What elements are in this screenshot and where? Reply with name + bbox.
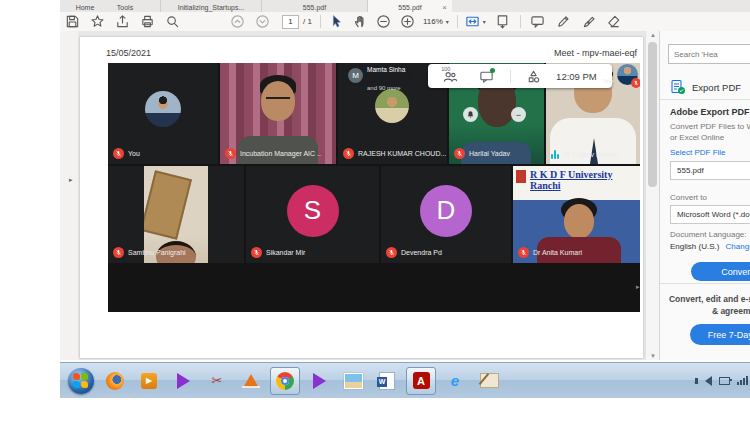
system-tray: ▴ xyxy=(694,363,750,398)
tools-panel-collapse-icon[interactable]: ▸ xyxy=(636,283,640,291)
devendra-initial-avatar: D xyxy=(420,185,472,237)
tools-search-input[interactable] xyxy=(668,44,750,64)
sign-pen-icon[interactable] xyxy=(582,14,597,29)
hand-tool-icon[interactable] xyxy=(353,14,368,29)
taskbar-media-player[interactable]: ▶ xyxy=(134,367,164,395)
tab-home[interactable]: Home xyxy=(68,0,102,12)
sikandar-initial-avatar: S xyxy=(287,185,339,237)
zoom-level-value[interactable]: 116% xyxy=(423,17,443,26)
close-tab-icon[interactable]: × xyxy=(442,4,447,12)
tile-sikandar-mir: S Sikandar Mir xyxy=(246,166,379,263)
tab-555-pdf[interactable]: 555.pdf xyxy=(262,0,368,12)
promo-text: Convert, edit and e-sign PDF forms & agr… xyxy=(665,293,750,317)
mic-muted-icon xyxy=(518,247,529,258)
panel-title: Adobe Export PDF xyxy=(670,107,750,117)
taskbar-vlc[interactable] xyxy=(236,367,266,395)
rkdf-banner: R K D F UniversityRanchi xyxy=(513,166,640,200)
meet-control-bar: 100 12:09 PM xyxy=(428,64,612,88)
mic-muted-icon xyxy=(386,247,397,258)
taskbar-firefox[interactable] xyxy=(100,367,130,395)
tile-you: You xyxy=(108,63,218,164)
taskbar-mpc-2[interactable] xyxy=(304,367,334,395)
meet-screenshot: You Incubation Manager AIC .. RAJESH KUM… xyxy=(108,63,640,312)
change-language-link[interactable]: Change xyxy=(726,242,750,251)
network-signal-icon[interactable] xyxy=(737,376,748,385)
export-pdf-tool[interactable]: Export PDF xyxy=(670,79,741,95)
share-icon[interactable] xyxy=(115,14,130,29)
select-tool-icon[interactable] xyxy=(329,14,344,29)
scroll-up-icon[interactable]: ▲ xyxy=(646,32,660,38)
tools-panel: Export PDF Adobe Export PDF Convert PDF … xyxy=(659,31,750,360)
mamta-avatar: M xyxy=(348,68,363,83)
mic-muted-icon xyxy=(343,148,354,159)
speaking-indicator-icon xyxy=(551,149,559,159)
page-number-input[interactable]: 1 xyxy=(282,15,299,29)
tile-dr-anita-kumari: R K D F UniversityRanchi Dr Anita Kumari xyxy=(513,166,640,263)
document-scrollbar[interactable]: ▲ ▼ xyxy=(645,31,659,360)
convert-button[interactable]: Convert xyxy=(691,262,750,281)
taskbar-word[interactable]: W xyxy=(372,367,402,395)
tile-sambhu-panigrahi: Sambhu Panigrahi xyxy=(108,166,244,263)
taskbar-paint[interactable] xyxy=(474,367,504,395)
paint-icon xyxy=(480,373,499,388)
search-icon[interactable] xyxy=(165,14,180,29)
previous-page-icon[interactable] xyxy=(230,14,245,29)
scroll-down-icon[interactable]: ▼ xyxy=(646,353,660,359)
activities-icon xyxy=(526,69,541,84)
internet-explorer-icon: e xyxy=(451,372,459,389)
tab-tools[interactable]: Tools xyxy=(108,0,142,12)
fit-width-icon[interactable] xyxy=(465,14,480,29)
purple-play-icon xyxy=(177,373,190,389)
zoom-caret-icon[interactable]: ▾ xyxy=(446,18,449,25)
tab-555-pdf-active[interactable]: 555.pdf × xyxy=(368,0,452,12)
taskbar-chrome-active[interactable] xyxy=(270,367,300,395)
you-mic-muted-icon xyxy=(631,78,640,88)
rkdf-logo xyxy=(516,170,526,183)
vlc-cone-icon xyxy=(243,374,259,388)
start-button[interactable] xyxy=(66,367,96,395)
firefox-icon xyxy=(106,372,124,390)
you-photo-avatar xyxy=(145,91,181,127)
taskbar-photo-viewer[interactable] xyxy=(338,367,368,395)
media-player-icon: ▶ xyxy=(141,373,157,389)
save-icon[interactable] xyxy=(65,14,80,29)
photo-viewer-icon xyxy=(344,373,363,389)
zoom-out-icon[interactable] xyxy=(376,14,391,29)
export-pdf-icon xyxy=(670,79,686,95)
taskbar-internet-explorer[interactable]: e xyxy=(440,367,470,395)
select-pdf-file-link[interactable]: Select PDF File xyxy=(670,148,726,157)
taskbar-snipping-tool[interactable]: ✂ xyxy=(202,367,232,395)
navigation-pane-strip[interactable] xyxy=(60,31,79,360)
pdf-meet-title: Meet - mpv-maei-eqf xyxy=(430,48,637,58)
stamp-icon[interactable] xyxy=(606,14,621,29)
nav-pane-expand-icon[interactable]: ▸ xyxy=(69,176,73,184)
tab-initializing-startups[interactable]: Initializing_Startups... xyxy=(160,0,262,12)
mic-muted-icon xyxy=(113,148,124,159)
print-icon[interactable] xyxy=(140,14,155,29)
taskbar-mpc[interactable] xyxy=(168,367,198,395)
purple-play-icon xyxy=(313,373,326,389)
scrollbar-thumb[interactable] xyxy=(648,42,657,187)
highlighter-icon[interactable] xyxy=(556,14,571,29)
volume-icon[interactable] xyxy=(705,376,712,386)
mic-muted-icon xyxy=(225,148,236,159)
selected-file-dropdown[interactable]: 555.pdf xyxy=(670,161,750,180)
zoom-in-icon[interactable] xyxy=(400,14,415,29)
taskbar-adobe-reader-active[interactable]: A xyxy=(406,367,436,395)
next-page-icon[interactable] xyxy=(255,14,270,29)
participants-pill: M Mamta Sinhaand 90 more xyxy=(345,65,413,86)
page-scroll-icon[interactable] xyxy=(495,14,510,29)
tile-incubation-manager: Incubation Manager AIC .. xyxy=(220,63,336,164)
comment-icon[interactable] xyxy=(530,14,545,29)
chat-icon xyxy=(479,69,494,84)
fit-caret-icon[interactable]: ▾ xyxy=(483,18,486,25)
format-dropdown[interactable]: Microsoft Word (*.docx) xyxy=(670,205,750,224)
language-value: English (U.S.) xyxy=(670,242,719,251)
acrobat-toolbar: 1 / 1 116% ▾ ▾ xyxy=(60,12,750,32)
battery-icon[interactable] xyxy=(719,377,730,385)
free-trial-button[interactable]: Free 7-Day Trial xyxy=(690,324,750,345)
pdf-date-text: 15/05/2021 xyxy=(106,48,151,58)
remove-participant-icon: − xyxy=(511,107,526,122)
star-icon[interactable] xyxy=(90,14,105,29)
tile-devendra-pd: D Devendra Pd xyxy=(381,166,511,263)
